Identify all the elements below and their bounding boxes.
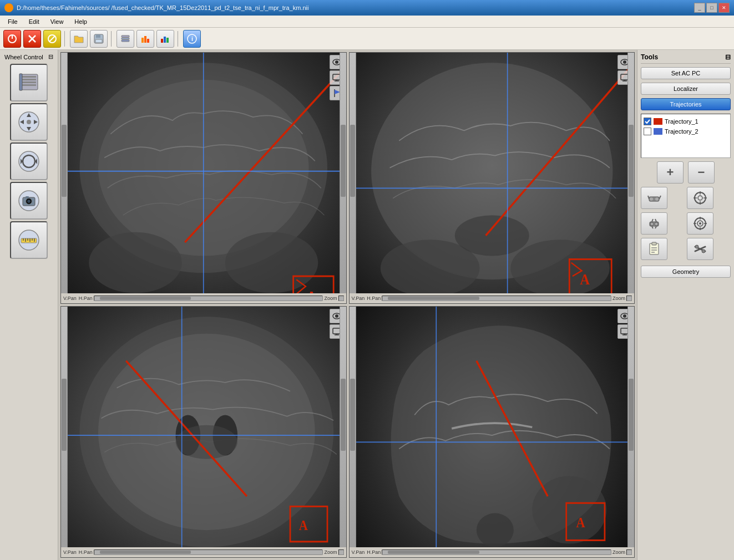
vscroll-tl[interactable]	[61, 53, 68, 293]
save-button[interactable]	[90, 30, 108, 48]
svg-point-82	[176, 425, 238, 459]
svg-rect-14	[147, 39, 149, 43]
target2-tool-button[interactable]	[687, 212, 713, 235]
svg-point-81	[212, 415, 237, 455]
hpan-label-tl: H.Pan	[79, 296, 93, 301]
rscroll-bl[interactable]	[340, 307, 346, 547]
viewport-area: A V.Pan H.Pan	[58, 50, 637, 560]
svg-rect-24	[22, 84, 36, 86]
sidebar-rotate-button[interactable]	[10, 142, 48, 180]
separator-3	[178, 31, 180, 47]
svg-point-31	[27, 120, 31, 124]
sidebar-camera-button[interactable]	[10, 182, 48, 220]
zoom-label-tr: Zoom	[612, 296, 625, 301]
vpan-scrollbar-bl[interactable]	[338, 549, 344, 555]
svg-point-48	[79, 63, 327, 273]
remove-trajectory-button[interactable]: −	[688, 161, 715, 184]
rscroll-br[interactable]	[627, 307, 634, 547]
main-layout: Wheel Control ⊟	[0, 50, 734, 560]
hpan-label-tr: H.Pan	[367, 296, 381, 301]
svg-rect-15	[161, 39, 163, 43]
viewport-tr-bottom: V.Pan H.Pan Zoom	[350, 293, 635, 303]
trajectory-item-2[interactable]: Trajectory_2	[644, 126, 728, 136]
menu-help[interactable]: Help	[69, 17, 93, 26]
window-controls[interactable]: _ □ ✕	[694, 3, 730, 13]
rscroll-tr[interactable]	[627, 53, 634, 293]
svg-point-118	[655, 222, 658, 226]
notes-tool-button[interactable]	[641, 238, 667, 260]
target-tool-button[interactable]	[687, 187, 713, 209]
vpan-scrollbar-br[interactable]	[626, 549, 632, 555]
edit-tool-button[interactable]	[641, 187, 667, 209]
svg-point-66	[510, 240, 610, 297]
maximize-button[interactable]: □	[706, 3, 717, 13]
svg-line-109	[659, 196, 661, 199]
svg-point-78	[79, 317, 333, 547]
info-button[interactable]: i	[183, 30, 201, 48]
zoom-label-tl: Zoom	[324, 296, 337, 301]
menu-edit[interactable]: Edit	[23, 17, 45, 26]
svg-line-5	[49, 35, 55, 42]
layers-button[interactable]	[117, 30, 134, 48]
svg-rect-9	[122, 35, 129, 37]
svg-point-38	[27, 200, 31, 203]
trajectory-item-1[interactable]: Trajectory_1	[644, 116, 728, 126]
vpan-scrollbar-tr[interactable]	[626, 296, 632, 301]
svg-rect-131	[652, 242, 656, 245]
set-ac-pc-button[interactable]: Set AC PC	[641, 67, 731, 79]
geometry-button[interactable]: Geometry	[641, 266, 731, 278]
localizer-button[interactable]: Localizer	[641, 83, 731, 95]
svg-point-67	[454, 215, 529, 256]
svg-rect-25	[19, 74, 22, 90]
tool-icons-row1	[641, 187, 731, 209]
trajectories-button[interactable]: Trajectories	[641, 98, 731, 110]
svg-rect-21	[22, 76, 36, 78]
vscroll-tr[interactable]	[350, 53, 356, 293]
hpan-scrollbar-br[interactable]	[382, 549, 611, 555]
viewport-bottom-left[interactable]: A V.Pan H.Pan Zoom	[60, 306, 347, 558]
power-button[interactable]	[3, 30, 21, 48]
hpan-scrollbar-bl[interactable]	[94, 549, 323, 555]
svg-line-95	[476, 361, 547, 496]
svg-line-68	[485, 70, 628, 236]
sidebar-measure-button[interactable]	[10, 221, 48, 259]
rscroll-tl[interactable]	[340, 53, 346, 293]
trajectory-1-color	[654, 118, 662, 125]
trajectory-1-checkbox[interactable]	[644, 118, 651, 125]
hpan-scrollbar-tr[interactable]	[382, 296, 611, 301]
separator-1	[64, 31, 67, 47]
menu-view[interactable]: View	[45, 17, 69, 26]
svg-rect-86	[290, 506, 327, 542]
ban-button[interactable]	[43, 30, 61, 48]
chart-multi-button[interactable]	[156, 30, 174, 48]
vscroll-br[interactable]	[350, 307, 356, 547]
close-button[interactable]: ✕	[718, 3, 730, 13]
vpan-scrollbar-tl[interactable]	[338, 296, 344, 301]
hpan-scrollbar-tl[interactable]	[94, 296, 323, 301]
brain-scan-bottom-left: A	[61, 307, 346, 557]
sidebar-move-button[interactable]	[10, 103, 48, 141]
trajectory-2-checkbox[interactable]	[644, 128, 651, 135]
menu-bar: File Edit View Help	[0, 16, 734, 28]
zoom-label-bl: Zoom	[324, 549, 337, 555]
svg-line-119	[652, 219, 653, 222]
chart-bar-button[interactable]	[136, 30, 154, 48]
svg-rect-71	[569, 259, 611, 297]
menu-file[interactable]: File	[2, 17, 23, 26]
viewport-bottom-right[interactable]: A V.Pan H.Pan Zoom	[349, 306, 635, 558]
vscroll-bl[interactable]	[61, 307, 68, 547]
settings-tool-button[interactable]	[687, 238, 713, 260]
open-button[interactable]	[70, 30, 88, 48]
svg-text:A: A	[576, 515, 585, 530]
stop-button[interactable]	[23, 30, 41, 48]
wrench-tool-button[interactable]	[641, 212, 667, 235]
sidebar-header: Wheel Control ⊟	[2, 52, 55, 62]
minimize-button[interactable]: _	[694, 3, 705, 13]
svg-point-125	[699, 222, 701, 225]
sidebar-book-button[interactable]	[10, 64, 48, 101]
viewport-top-right[interactable]: A V.Pan H.Pan Zoom	[349, 52, 635, 304]
vpan-label-bl: V.Pan	[63, 549, 77, 555]
viewport-top-left[interactable]: A V.Pan H.Pan	[60, 52, 347, 304]
svg-point-58	[335, 60, 338, 64]
add-trajectory-button[interactable]: +	[657, 161, 684, 184]
